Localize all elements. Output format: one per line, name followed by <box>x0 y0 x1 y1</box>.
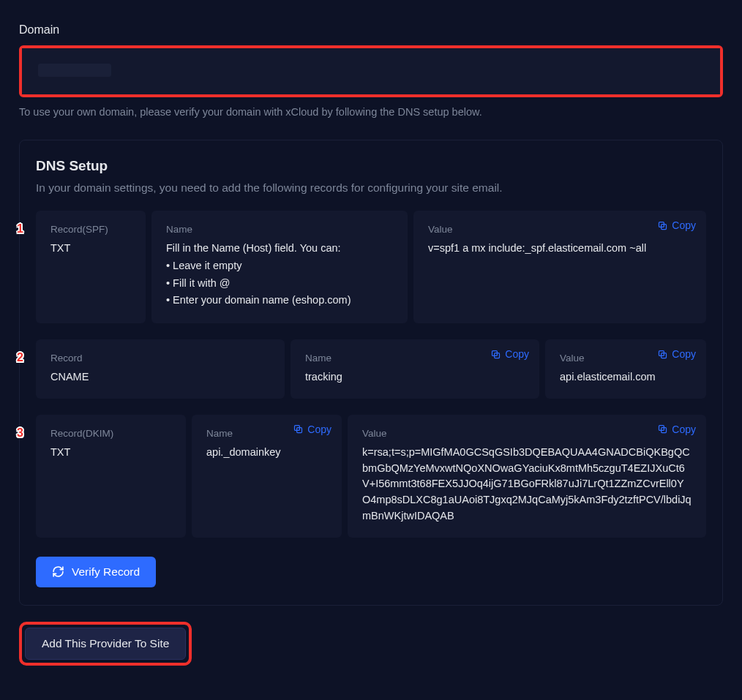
domain-field-label: Domain <box>19 23 723 37</box>
record-name-value: api._domainkey <box>206 445 327 461</box>
record-name-value: tracking <box>305 369 525 385</box>
record-type-value: TXT <box>50 241 131 257</box>
copy-label: Copy <box>307 424 331 435</box>
copy-label: Copy <box>672 219 696 231</box>
record-type-card: Record(SPF) TXT <box>36 211 146 323</box>
copy-icon <box>490 349 501 360</box>
record-value-text: k=rsa;t=s;p=MIGfMA0GCSqGSIb3DQEBAQUAA4GN… <box>362 445 692 524</box>
verify-record-button[interactable]: Verify Record <box>36 557 156 587</box>
record-value-text: api.elasticemail.com <box>560 369 692 385</box>
copy-icon <box>657 349 668 360</box>
record-type-card: Record(DKIM) TXT <box>36 415 186 538</box>
record-type-card: Record CNAME <box>36 339 285 399</box>
copy-value-button[interactable]: Copy <box>657 348 696 360</box>
copy-name-button[interactable]: Copy <box>293 424 331 435</box>
name-line: • Enter your domain name (eshop.com) <box>166 293 393 309</box>
copy-label: Copy <box>505 348 529 360</box>
copy-label: Copy <box>672 424 696 435</box>
callout-badge-2: 2 <box>17 351 30 366</box>
record-name-label: Name <box>166 224 393 235</box>
record-type-label: Record(DKIM) <box>50 428 171 439</box>
add-provider-label: Add This Provider To Site <box>42 637 169 650</box>
dns-setup-panel: DNS Setup In your domain settings, you n… <box>19 140 723 606</box>
dns-record-row: 2 Record CNAME Copy Name tracking Copy V… <box>36 339 706 399</box>
record-value-card: Copy Value api.elasticemail.com <box>545 339 706 399</box>
add-provider-button[interactable]: Add This Provider To Site <box>25 628 186 660</box>
copy-icon <box>657 220 668 231</box>
dns-record-row: 1 Record(SPF) TXT Name Fill in the Name … <box>36 211 706 323</box>
copy-name-button[interactable]: Copy <box>490 348 529 360</box>
record-name-card: Copy Name api._domainkey <box>192 415 342 538</box>
callout-badge-3: 3 <box>17 426 30 441</box>
add-provider-highlight: Add This Provider To Site <box>19 622 192 666</box>
domain-input[interactable] <box>22 48 720 94</box>
record-value-label: Value <box>362 428 692 439</box>
name-line: Fill in the Name (Host) field. You can: <box>166 241 393 257</box>
verify-record-label: Verify Record <box>72 565 140 579</box>
copy-value-button[interactable]: Copy <box>657 219 696 231</box>
record-value-text: v=spf1 a mx include:_spf.elasticemail.co… <box>428 241 692 257</box>
refresh-icon <box>52 565 64 578</box>
copy-label: Copy <box>672 348 696 360</box>
record-value-label: Value <box>428 224 692 235</box>
copy-icon <box>293 424 304 434</box>
copy-value-button[interactable]: Copy <box>657 424 696 435</box>
record-name-value: Fill in the Name (Host) field. You can: … <box>166 241 393 309</box>
dns-setup-title: DNS Setup <box>36 158 706 174</box>
record-name-card: Name Fill in the Name (Host) field. You … <box>151 211 408 323</box>
record-value-card: Copy Value v=spf1 a mx include:_spf.elas… <box>413 211 706 323</box>
record-value-card: Copy Value k=rsa;t=s;p=MIGfMA0GCSqGSIb3D… <box>348 415 706 538</box>
domain-input-highlight <box>19 45 723 97</box>
dns-setup-subtitle: In your domain settings, you need to add… <box>36 181 706 195</box>
name-line: • Leave it empty <box>166 258 393 274</box>
dns-record-row: 3 Record(DKIM) TXT Copy Name api._domain… <box>36 415 706 538</box>
record-type-value: CNAME <box>50 369 270 385</box>
record-type-label: Record(SPF) <box>50 224 131 235</box>
record-type-value: TXT <box>50 445 171 461</box>
name-line: • Fill it with @ <box>166 276 393 292</box>
record-type-label: Record <box>50 353 270 364</box>
domain-helper-text: To use your own domain, please verify yo… <box>19 106 723 118</box>
copy-icon <box>657 424 668 434</box>
callout-badge-1: 1 <box>17 222 30 237</box>
record-name-card: Copy Name tracking <box>291 339 539 399</box>
domain-input-redacted <box>38 64 111 77</box>
